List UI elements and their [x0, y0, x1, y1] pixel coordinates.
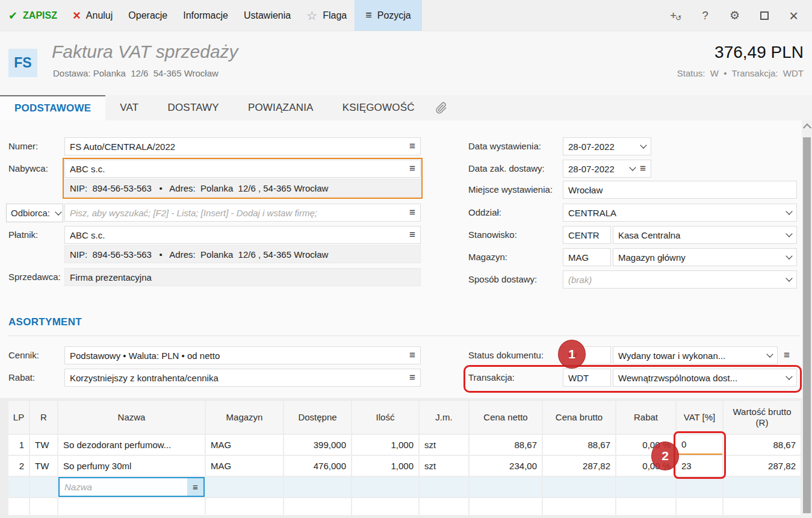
status-dokumentu-field[interactable]: Wydany towar i wykonan... [613, 346, 778, 364]
empty-cell[interactable] [284, 498, 351, 515]
col-header-dostepne[interactable]: Dostępne [284, 401, 351, 434]
empty-cell[interactable] [616, 498, 675, 515]
field-menu-icon[interactable]: ≡ [409, 372, 415, 384]
operations-menu[interactable]: Operacje [120, 0, 175, 31]
numer-field[interactable]: FS Auto/CENTRALA/2022 ≡ [64, 137, 421, 155]
platnik-field[interactable]: ABC s.c. ≡ [64, 226, 421, 244]
odbiorca-field[interactable]: Pisz, aby wyszukać; [F2] - Lista; [Inser… [64, 204, 421, 222]
cell-wartosc[interactable]: 88,67 [724, 435, 801, 455]
transakcja-code-field[interactable]: WDT [563, 369, 611, 387]
attachment-paperclip-icon[interactable] [429, 95, 454, 120]
new-row-cell[interactable] [470, 477, 542, 497]
miejsce-wystawienia-field[interactable]: Wrocław [563, 181, 797, 199]
col-header-cena-netto[interactable]: Cena netto [470, 401, 542, 434]
nabywca-field[interactable]: ABC s.c. ≡ [64, 160, 421, 178]
maximize-icon[interactable] [749, 0, 779, 31]
cell-dostepne[interactable]: 399,000 [284, 435, 351, 455]
information-menu[interactable]: Informacje [175, 0, 236, 31]
empty-cell[interactable] [58, 498, 205, 515]
new-row-cell[interactable] [420, 477, 468, 497]
tab-podstawowe[interactable]: PODSTAWOWE [0, 95, 105, 120]
tab-dostawy[interactable]: DOSTAWY [153, 95, 233, 120]
new-row-nazwa-input[interactable]: Nazwa ≡ [58, 477, 205, 497]
field-menu-icon[interactable]: ≡ [409, 140, 415, 152]
sposob-dostawy-field[interactable]: (brak) [563, 270, 797, 289]
new-row-cell[interactable] [352, 477, 418, 497]
empty-cell[interactable] [543, 498, 615, 515]
cell-lp[interactable]: 1 [8, 435, 29, 455]
field-menu-icon[interactable]: ≡ [409, 163, 415, 175]
cancel-button[interactable]: × Anuluj [65, 0, 120, 31]
flag-button[interactable]: ☆ Flaga [299, 0, 355, 31]
settings-menu[interactable]: Ustawienia [236, 0, 299, 31]
transakcja-field[interactable]: Wewnątrzwspólnotowa dost... [613, 369, 797, 387]
close-icon[interactable]: × [779, 0, 808, 31]
col-header-wartosc-brutto[interactable]: Wartość brutto (R) [724, 401, 801, 434]
cell-nazwa[interactable]: So dezodorant perfumow... [58, 435, 205, 455]
cell-cena-brutto[interactable]: 287,82 [543, 456, 615, 476]
empty-cell[interactable] [206, 498, 283, 515]
col-header-jm[interactable]: J.m. [420, 401, 468, 434]
stanowisko-field[interactable]: Kasa Centralna [613, 226, 797, 244]
tab-vat[interactable]: VAT [105, 95, 153, 120]
cell-cena-netto[interactable]: 234,00 [470, 456, 542, 476]
new-row-cell[interactable] [543, 477, 615, 497]
empty-cell[interactable] [30, 498, 57, 515]
cell-lp[interactable]: 2 [8, 456, 29, 476]
scrollbar-thumb[interactable] [803, 137, 811, 513]
cell-ilosc[interactable]: 1,000 [352, 456, 418, 476]
cell-wartosc[interactable]: 287,82 [724, 456, 801, 476]
cell-cena-netto[interactable]: 88,67 [470, 435, 542, 455]
col-header-ilosc[interactable]: Ilość [352, 401, 418, 434]
cell-r[interactable]: TW [30, 435, 57, 455]
tab-ksiegowosc[interactable]: KSIĘGOWOŚĆ [328, 95, 429, 120]
empty-cell[interactable] [420, 498, 468, 515]
oddzial-field[interactable]: CENTRALA [563, 204, 797, 222]
cell-magazyn[interactable]: MAG [206, 456, 283, 476]
cell-ilosc[interactable]: 1,000 [352, 435, 418, 455]
new-row-cell[interactable] [206, 477, 283, 497]
add-refresh-icon[interactable]: +↺ [661, 0, 690, 31]
field-menu-icon[interactable]: ≡ [409, 349, 415, 361]
cell-dostepne[interactable]: 476,000 [284, 456, 351, 476]
col-header-lp[interactable]: LP [8, 401, 29, 434]
help-icon[interactable]: ? [690, 0, 720, 31]
field-menu-icon[interactable]: ≡ [640, 163, 646, 175]
cell-r[interactable]: TW [30, 456, 57, 476]
field-menu-icon[interactable]: ≡ [409, 207, 415, 219]
tab-powiazania[interactable]: POWIĄZANIA [234, 95, 328, 120]
new-row-cell[interactable] [284, 477, 351, 497]
magazyn-field[interactable]: Magazyn główny [613, 248, 797, 266]
field-menu-icon[interactable]: ≡ [409, 229, 415, 241]
cell-vat[interactable]: 0 [677, 435, 722, 455]
col-header-rabat[interactable]: Rabat [616, 401, 675, 434]
new-row-cell[interactable] [724, 477, 801, 497]
col-header-nazwa[interactable]: Nazwa [58, 401, 205, 434]
empty-cell[interactable] [677, 498, 722, 515]
gear-icon[interactable]: ⚙ [720, 0, 749, 31]
position-button[interactable]: ≡ Pozycja [355, 0, 422, 31]
odbiorca-label-dropdown[interactable]: Odbiorca: [6, 204, 63, 222]
cell-menu-icon[interactable]: ≡ [187, 478, 203, 496]
col-header-magazyn[interactable]: Magazyn [206, 401, 283, 434]
cell-magazyn[interactable]: MAG [206, 435, 283, 455]
col-header-cena-brutto[interactable]: Cena brutto [543, 401, 615, 434]
empty-cell[interactable] [724, 498, 801, 515]
status-menu-icon[interactable]: ≡ [784, 346, 790, 364]
new-row-cell[interactable] [30, 477, 57, 497]
cell-jm[interactable]: szt [420, 435, 468, 455]
empty-cell[interactable] [470, 498, 542, 515]
rabat-field[interactable]: Korzystniejszy z kontrahenta/cennika ≡ [64, 369, 421, 387]
new-row-cell[interactable] [677, 477, 722, 497]
cell-jm[interactable]: szt [420, 456, 468, 476]
data-wystawienia-field[interactable]: 28-07-2022 [563, 137, 651, 155]
save-button[interactable]: ✔ ZAPISZ [0, 0, 65, 31]
data-zak-dostawy-field[interactable]: 28-07-2022 ≡ [563, 160, 651, 178]
cell-cena-brutto[interactable]: 88,67 [543, 435, 615, 455]
new-row-cell[interactable] [616, 477, 675, 497]
magazyn-code-field[interactable]: MAG [563, 248, 611, 266]
cennik-field[interactable]: Podstawowy • Waluta: PLN • od netto ≡ [64, 346, 421, 364]
col-header-r[interactable]: R [30, 401, 57, 434]
stanowisko-code-field[interactable]: CENTR [563, 226, 611, 244]
new-row-cell[interactable] [8, 477, 29, 497]
